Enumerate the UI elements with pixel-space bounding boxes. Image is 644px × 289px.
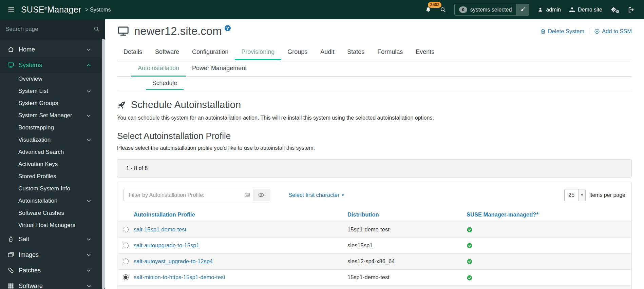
add-to-ssm-link[interactable]: Add to SSM: [594, 28, 632, 35]
chevron-down-icon: [86, 268, 91, 273]
brand-logo[interactable]: SUSE®Manager: [21, 5, 81, 15]
profile-radio[interactable]: [123, 243, 129, 248]
eye-icon: [258, 192, 264, 198]
tab-states[interactable]: States: [341, 44, 371, 60]
select-profile-hint: Please select the autoinstallation profi…: [117, 145, 632, 151]
sidebar-item-label: Home: [19, 46, 86, 53]
sidebar-item-virtual-host-managers[interactable]: Virtual Host Managers: [0, 219, 101, 231]
sidebar-item-label: Advanced Search: [18, 149, 91, 156]
sidebar-nav: Home Systems Overview System List System…: [0, 39, 101, 289]
ssm-selected-pill[interactable]: 0 systems selected: [454, 4, 529, 16]
sidebar-search-input[interactable]: [5, 26, 93, 33]
subtab-power-management[interactable]: Power Management: [186, 60, 253, 76]
tab-events[interactable]: Events: [409, 44, 441, 60]
subsubtab-schedule[interactable]: Schedule: [146, 77, 184, 90]
sidebar-item-home[interactable]: Home: [0, 42, 101, 57]
divider: [589, 28, 589, 34]
sidebar-item-advanced-search[interactable]: Advanced Search: [0, 146, 101, 158]
ssm-selected-count-area[interactable]: 0 systems selected: [455, 4, 516, 15]
sidebar-item-label: Software: [19, 283, 86, 289]
system-tabs: Details Software Configuration Provision…: [117, 44, 632, 60]
sidebar-item-bootstrapping[interactable]: Bootstrapping: [0, 122, 101, 134]
tab-groups[interactable]: Groups: [281, 44, 314, 60]
profile-link[interactable]: salt-15sp1-demo-test: [134, 226, 186, 232]
sidebar-item-custom-system-info[interactable]: Custom System Info: [0, 183, 101, 195]
chevron-down-icon: [86, 138, 91, 143]
sidebar-item-autoinstallation[interactable]: Autoinstallation: [0, 195, 101, 207]
tab-details[interactable]: Details: [117, 44, 149, 60]
tab-software[interactable]: Software: [149, 44, 186, 60]
sidebar-item-label: Custom System Info: [18, 185, 91, 192]
select-first-character-dropdown[interactable]: Select first character: [288, 192, 344, 198]
sidebar-item-salt[interactable]: Salt: [0, 231, 101, 247]
tab-provisioning[interactable]: Provisioning: [235, 44, 281, 60]
gear-small-icon: [615, 9, 620, 14]
user-menu[interactable]: admin: [537, 7, 561, 13]
chevron-down-icon: [86, 252, 91, 257]
ssm-label: systems selected: [470, 7, 512, 13]
page-title: newer12.site.com: [134, 25, 222, 38]
settings-button[interactable]: [610, 6, 620, 14]
select-profile-heading: Select Autoinstallation Profile: [117, 131, 632, 141]
tab-formulas[interactable]: Formulas: [371, 44, 409, 60]
pagination-panel: 1 - 8 of 8: [117, 159, 632, 178]
profile-link[interactable]: salt-autoyast_upgrade-to-12sp4: [134, 258, 213, 264]
eye-toggle-button[interactable]: [253, 189, 269, 201]
filter-input[interactable]: [124, 189, 253, 201]
chevron-down-icon: [86, 89, 91, 94]
sidebar-item-software[interactable]: Software: [0, 278, 101, 289]
search-icon[interactable]: [93, 26, 100, 32]
subtab-autoinstallation[interactable]: Autoinstallation: [131, 60, 186, 76]
sidebar-item-visualization[interactable]: Visualization: [0, 134, 101, 146]
ssm-clear-button[interactable]: [516, 4, 529, 15]
sidebar-item-stored-profiles[interactable]: Stored Profiles: [0, 170, 101, 183]
sidebar-item-label: Autoinstallation: [18, 198, 86, 204]
delete-system-link[interactable]: Delete System: [540, 28, 584, 35]
sidebar-item-patches[interactable]: Patches: [0, 263, 101, 278]
sidebar-item-label: System Set Manager: [18, 112, 86, 119]
sidebar-item-software-crashes[interactable]: Software Crashes: [0, 207, 101, 219]
hamburger-menu-icon[interactable]: [7, 6, 16, 13]
images-icon: [7, 251, 14, 258]
sidebar-item-system-list[interactable]: System List: [0, 85, 101, 97]
scrollbar-thumb[interactable]: [102, 39, 105, 289]
tab-audit[interactable]: Audit: [314, 44, 341, 60]
ssm-count-badge: 0: [459, 6, 467, 13]
sidebar-item-system-groups[interactable]: System Groups: [0, 97, 101, 109]
organization-menu[interactable]: Demo site: [569, 7, 602, 13]
sidebar-search: [0, 19, 105, 39]
profile-link[interactable]: salt-autoupgrade-to-15sp1: [134, 242, 200, 248]
sidebar-item-system-set-manager[interactable]: System Set Manager: [0, 109, 101, 122]
table-header-row: Autoinstallation Profile Distribution SU…: [117, 208, 631, 222]
sidebar-item-images[interactable]: Images: [0, 247, 101, 263]
profile-radio[interactable]: [123, 259, 129, 264]
sidebar-item-label: System List: [18, 88, 86, 95]
help-icon[interactable]: [225, 25, 231, 31]
section-heading: Schedule Autoinstallation: [117, 99, 632, 110]
notification-count-badge: 2502: [428, 2, 441, 8]
user-icon: [537, 7, 543, 13]
main-content: newer12.site.com Delete System Add to SS…: [105, 19, 644, 289]
global-search-button[interactable]: [440, 6, 446, 13]
sidebar-item-systems[interactable]: Systems: [0, 57, 101, 73]
items-per-page-select[interactable]: 25: [564, 189, 586, 201]
table-row: salt-autoyast_upgrade-to-12sp4 sles12-sp…: [117, 253, 631, 269]
profile-radio[interactable]: [123, 227, 129, 232]
filter-input-group: [124, 189, 269, 201]
search-icon: [440, 6, 446, 13]
sidebar-item-activation-keys[interactable]: Activation Keys: [0, 158, 101, 170]
sidebar-scrollbar[interactable]: [101, 39, 105, 289]
profile-radio[interactable]: [123, 274, 129, 280]
profile-link[interactable]: salt-minion-to-https-15sp1-demo-test: [134, 274, 225, 280]
tab-configuration[interactable]: Configuration: [186, 44, 235, 60]
sign-out-button[interactable]: [628, 6, 634, 13]
filter-row: Select first character 25 items per page: [117, 182, 631, 208]
column-header-profile[interactable]: Autoinstallation Profile: [134, 211, 195, 218]
chevron-up-icon: [86, 63, 91, 68]
column-header-distribution[interactable]: Distribution: [347, 211, 379, 218]
notifications-button[interactable]: 2502: [425, 6, 432, 13]
distribution-value: sles12-sp4-x86_64: [347, 258, 395, 264]
sidebar-item-overview[interactable]: Overview: [0, 73, 101, 85]
column-header-managed[interactable]: SUSE Manager-managed?*: [467, 211, 538, 218]
sidebar-item-label: Software Crashes: [18, 210, 91, 216]
